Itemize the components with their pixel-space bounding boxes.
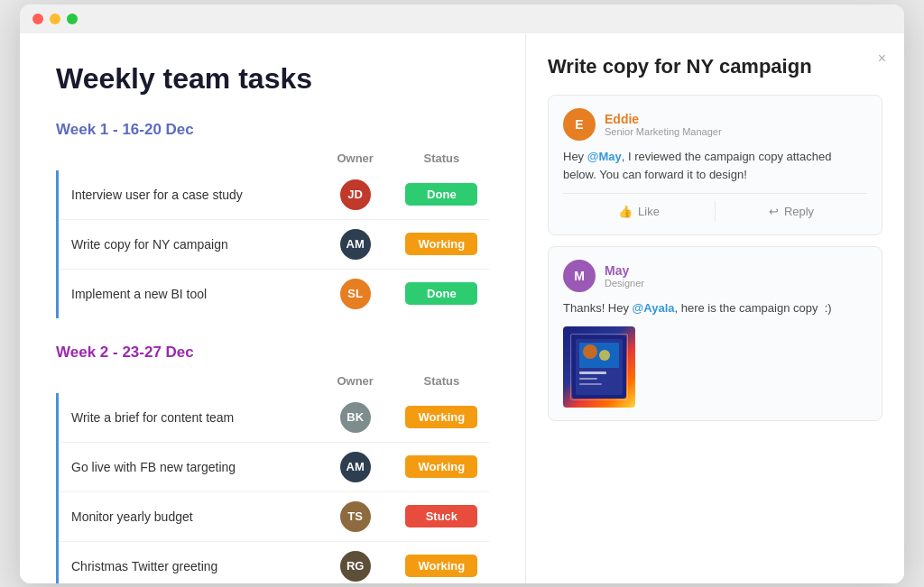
left-panel: Weekly team tasks Week 1 - 16-20 Dec Own… — [20, 33, 525, 583]
task-name: Monitor yearly budget — [58, 491, 317, 541]
task-owner: RG — [317, 541, 394, 583]
task-col-header — [58, 151, 317, 170]
avatar: JD — [340, 179, 371, 210]
detail-title: Write copy for NY campaign — [548, 55, 882, 78]
task-owner: AM — [317, 219, 394, 269]
task-row[interactable]: Write a brief for content team BK Workin… — [58, 393, 490, 443]
task-status: Stuck — [394, 491, 489, 541]
avatar: BK — [340, 402, 371, 433]
task-name: Christmas Twitter greeting — [58, 541, 317, 583]
close-dot[interactable] — [32, 14, 43, 24]
status-badge: Working — [405, 233, 477, 255]
comment-header-may: M May Designer — [563, 260, 867, 292]
task-status: Done — [394, 170, 489, 220]
avatar: AM — [340, 229, 371, 260]
status-badge: Done — [405, 183, 477, 206]
comment-text-eddie: Hey @May, I reviewed the campaign copy a… — [563, 148, 867, 184]
task-row[interactable]: Interview user for a case study JD Done — [58, 170, 490, 220]
avatar: TS — [340, 501, 371, 532]
like-button[interactable]: 👍 Like — [563, 201, 716, 222]
task-owner: TS — [317, 491, 394, 541]
close-button[interactable]: × — [878, 51, 886, 66]
status-col-header2: Status — [394, 374, 489, 393]
reply-icon: ↩ — [769, 205, 779, 218]
task-status: Working — [394, 219, 489, 269]
svg-rect-2 — [579, 343, 619, 368]
like-icon: 👍 — [618, 205, 633, 218]
mention-may: @May — [587, 150, 622, 163]
owner-col-header2: Owner — [317, 374, 394, 393]
svg-rect-0 — [572, 335, 626, 399]
comment-text-may: Thanks! Hey @Ayala, here is the campaign… — [563, 299, 867, 317]
minimize-dot[interactable] — [50, 14, 60, 24]
task-name: Write a brief for content team — [58, 393, 317, 443]
svg-rect-1 — [576, 339, 623, 395]
campaign-svg — [572, 335, 626, 399]
avatar-may: M — [563, 260, 596, 292]
maximize-dot[interactable] — [67, 14, 78, 24]
week2-table: Owner Status Write a brief for content t… — [56, 374, 489, 583]
avatar: RG — [340, 551, 371, 582]
week1-table: Owner Status Interview user for a case s… — [56, 151, 489, 318]
task-name: Implement a new BI tool — [58, 269, 317, 318]
task-col-header2 — [58, 374, 317, 393]
status-badge: Working — [405, 455, 477, 478]
reply-button[interactable]: ↩ Reply — [716, 201, 867, 222]
svg-rect-5 — [579, 371, 606, 374]
commenter-name-eddie: Eddie — [605, 112, 722, 126]
commenter-role-may: Designer — [605, 278, 644, 289]
right-panel: Write copy for NY campaign × E Eddie Sen… — [525, 33, 904, 583]
comment-card-eddie: E Eddie Senior Marketing Manager Hey @Ma… — [548, 95, 882, 235]
task-name: Write copy for NY campaign — [58, 219, 317, 269]
mention-ayala: @Ayala — [633, 301, 675, 315]
avatar-eddie: E — [563, 108, 596, 141]
comment-actions-eddie: 👍 Like ↩ Reply — [563, 193, 867, 222]
reply-label: Reply — [784, 205, 814, 218]
comment-header-eddie: E Eddie Senior Marketing Manager — [563, 108, 867, 141]
page-title: Weekly team tasks — [56, 62, 489, 96]
week1-section: Week 1 - 16-20 Dec Owner Status Intervie… — [56, 121, 489, 318]
task-owner: AM — [317, 442, 394, 491]
app-window: Weekly team tasks Week 1 - 16-20 Dec Own… — [20, 5, 904, 583]
status-badge: Done — [405, 282, 477, 305]
avatar: AM — [340, 452, 371, 482]
task-row[interactable]: Go live with FB new targeting AM Working — [58, 442, 490, 491]
titlebar — [20, 5, 904, 33]
comment-card-may: M May Designer Thanks! Hey @Ayala, here … — [548, 246, 882, 421]
commenter-info-eddie: Eddie Senior Marketing Manager — [605, 112, 722, 137]
week1-header: Week 1 - 16-20 Dec — [56, 121, 489, 139]
status-col-header: Status — [394, 151, 489, 170]
task-name: Interview user for a case study — [58, 170, 317, 220]
task-owner: BK — [317, 393, 394, 443]
avatar: SL — [340, 279, 371, 309]
like-label: Like — [638, 205, 660, 218]
week2-section: Week 2 - 23-27 Dec Owner Status Write a … — [56, 344, 489, 583]
task-row[interactable]: Write copy for NY campaign AM Working — [58, 219, 490, 269]
status-badge: Stuck — [405, 505, 477, 527]
content-area: Weekly team tasks Week 1 - 16-20 Dec Own… — [20, 33, 904, 583]
commenter-role-eddie: Senior Marketing Manager — [605, 126, 722, 137]
svg-point-4 — [599, 350, 610, 361]
task-name: Go live with FB new targeting — [58, 442, 317, 491]
task-row[interactable]: Christmas Twitter greeting RG Working — [58, 541, 490, 583]
campaign-image — [563, 326, 635, 408]
status-badge: Working — [405, 555, 477, 577]
task-status: Working — [394, 541, 489, 583]
task-status: Done — [394, 269, 489, 318]
campaign-image-container — [563, 326, 867, 408]
svg-point-3 — [583, 344, 597, 359]
week2-header: Week 2 - 23-27 Dec — [56, 344, 489, 362]
task-status: Working — [394, 442, 489, 491]
status-badge: Working — [405, 406, 477, 428]
commenter-name-may: May — [605, 263, 644, 278]
owner-col-header: Owner — [317, 151, 394, 170]
task-row[interactable]: Monitor yearly budget TS Stuck — [58, 491, 490, 541]
task-row[interactable]: Implement a new BI tool SL Done — [58, 269, 490, 318]
task-owner: JD — [317, 170, 394, 220]
commenter-info-may: May Designer — [605, 263, 644, 289]
task-status: Working — [394, 393, 489, 443]
task-owner: SL — [317, 269, 394, 318]
svg-rect-6 — [579, 378, 597, 380]
svg-rect-7 — [579, 383, 602, 385]
